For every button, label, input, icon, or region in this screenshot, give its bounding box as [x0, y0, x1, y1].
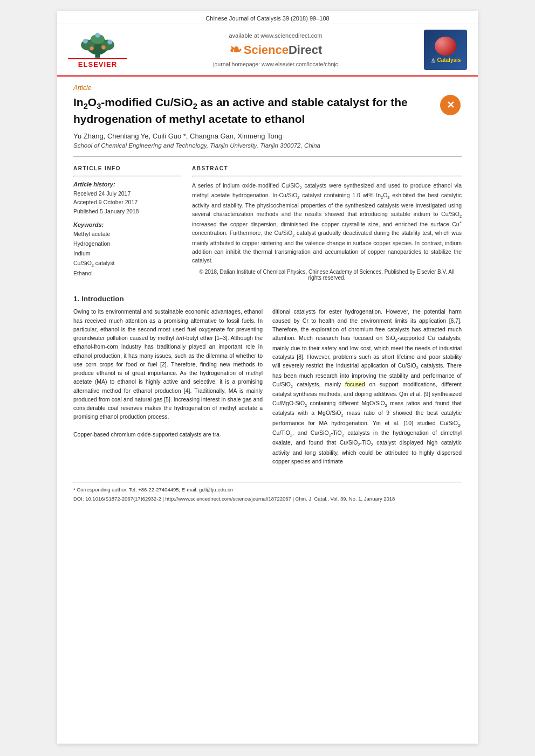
introduction-title: 1. Introduction [73, 295, 462, 303]
catalysis-badge: 🔬 Catalysis [424, 30, 467, 70]
intro-left-text: Owing to its environmental and sustainab… [73, 307, 263, 439]
article-title: In2O3-modified Cu/SiO2 as an active and … [73, 95, 435, 127]
keyword-4: Cu/SiO2 catalyst [73, 259, 181, 269]
published-date: Published 5 January 2018 [73, 207, 181, 216]
affiliation: School of Chemical Engineering and Techn… [73, 142, 462, 149]
journal-header: Chinese Journal of Catalysis 39 (2018) 9… [57, 11, 478, 24]
accepted-date: Accepted 9 October 2017 [73, 198, 181, 207]
svg-point-6 [107, 39, 112, 44]
journal-homepage: journal homepage: www.elsevier.com/locat… [127, 61, 424, 67]
crossmark-icon: ✕ [440, 95, 461, 115]
intro-right-text: ditional catalysts for ester hydrogenati… [272, 307, 462, 466]
article-info-col: ARTICLE INFO Article history: Received 2… [73, 165, 181, 281]
svg-point-8 [90, 46, 93, 50]
info-divider [73, 176, 181, 177]
catalysis-badge-title: 🔬 Catalysis [430, 57, 461, 63]
main-content: 1. Introduction Owing to its environment… [57, 286, 478, 474]
received-date: Received 24 July 2017 [73, 189, 181, 198]
introduction-text: Owing to its environmental and sustainab… [73, 307, 462, 466]
keyword-1: Methyl acetate [73, 230, 181, 239]
top-banner: ELSEVIER available at www.sciencedirect.… [57, 24, 478, 77]
keyword-2: Hydrogenation [73, 239, 181, 249]
banner-center: available at www.sciencedirect.com ❧ Sci… [127, 32, 424, 67]
doi-text: DOI: 10.1016/S1872-2067(17)62932-2 | htt… [73, 495, 462, 503]
elsevier-logo: ELSEVIER [68, 31, 127, 68]
section-divider [73, 156, 462, 157]
sciencedirect-label: ScienceDirect [244, 43, 323, 57]
intro-left-col: Owing to its environmental and sustainab… [73, 307, 263, 466]
abstract-divider [192, 176, 462, 177]
sciencedirect-icon: ❧ [229, 41, 242, 59]
svg-point-7 [95, 33, 100, 38]
abstract-col: ABSTRACT A series of indium oxide-modifi… [192, 165, 462, 281]
article-info-label: ARTICLE INFO [73, 165, 181, 171]
article-type: Article [73, 84, 462, 92]
footnote-corresponding: * Corresponding author. Tel: +86-22-2740… [57, 486, 478, 503]
sciencedirect-logo: ❧ ScienceDirect [229, 41, 323, 59]
keyword-5: Ethanol [73, 269, 181, 279]
authors: Yu Zhang, Chenliang Ye, Cuili Guo *, Cha… [73, 132, 462, 140]
abstract-label: ABSTRACT [192, 165, 462, 171]
footnote-divider [73, 482, 462, 483]
journal-header-text: Chinese Journal of Catalysis 39 (2018) 9… [205, 15, 329, 22]
crossmark-badge: ✕ [440, 95, 462, 116]
corresponding-author-text: * Corresponding author. Tel: +86-22-2740… [73, 486, 462, 494]
history-label: Article history: [73, 181, 181, 188]
intro-right-col: ditional catalysts for ester hydrogenati… [272, 307, 462, 466]
available-text: available at www.sciencedirect.com [127, 32, 424, 39]
article-section: Article In2O3-modified Cu/SiO2 as an act… [57, 77, 478, 157]
abstract-text: A series of indium oxide-modified Cu/SiO… [192, 181, 462, 265]
catalysis-badge-image [435, 37, 456, 56]
elsevier-text: ELSEVIER [68, 58, 127, 68]
page: Chinese Journal of Catalysis 39 (2018) 9… [57, 11, 478, 744]
copyright-text: © 2018, Dalian Institute of Chemical Phy… [192, 269, 462, 281]
elsevier-tree-icon [76, 31, 119, 58]
svg-point-5 [83, 39, 88, 44]
article-info-abstract: ARTICLE INFO Article history: Received 2… [57, 160, 478, 287]
svg-point-9 [101, 45, 105, 49]
keywords-label: Keywords: [73, 221, 181, 228]
keyword-3: Indium [73, 249, 181, 259]
